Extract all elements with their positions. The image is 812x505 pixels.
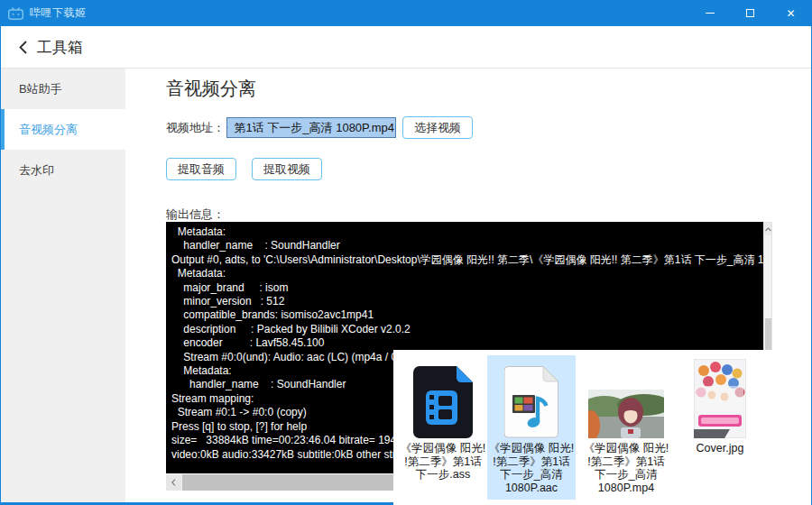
terminal-line: minor_version : 512: [171, 295, 763, 308]
sidebar-item-av-separation[interactable]: 音视频分离: [1, 109, 125, 150]
sidebar-item-watermark-removal[interactable]: 去水印: [1, 150, 125, 190]
terminal-line: description : Packed by Bilibili XCoder …: [171, 323, 763, 336]
window-controls: ✕: [689, 0, 811, 26]
scroll-left-icon: [171, 479, 176, 486]
extract-video-button[interactable]: 提取视频: [252, 158, 322, 180]
file-item-aac-selected[interactable]: 《学园偶像 阳光! !第二季》第1话 下一步_高清 1080P.aac: [487, 355, 576, 500]
extract-audio-button[interactable]: 提取音频: [166, 158, 236, 180]
terminal-line: handler_name : SoundHandler: [171, 239, 763, 252]
scroll-up-icon: [765, 227, 771, 232]
select-video-button[interactable]: 选择视频: [402, 116, 473, 139]
toolbox-header: 工具箱: [1, 26, 811, 69]
video-address-selected-text: 《学园偶像 阳光!! 第二季》第1话 下一步_高清 1080P.mp4: [226, 118, 395, 138]
video-address-label: 视频地址：: [166, 120, 225, 136]
window-title: 哔哩下载姬: [30, 5, 87, 21]
scrollbar-up-button[interactable]: [764, 223, 771, 235]
terminal-line: Metadata:: [171, 225, 763, 239]
minimize-button[interactable]: [689, 0, 730, 26]
minimize-icon: [706, 13, 715, 14]
terminal-line: major_brand : isom: [171, 281, 763, 295]
file-item-ass[interactable]: 《学园偶像 阳光! !第二季》第1话 下一步.ass: [399, 357, 487, 482]
terminal-line: compatible_brands: isomiso2avc1mp41: [171, 308, 763, 322]
file-item-mp4[interactable]: 《学园偶像 阳光! !第二季》第1话 下一步_高清 1080P.mp4: [579, 357, 673, 494]
scrollbar-left-button[interactable]: [166, 474, 181, 491]
file-name: Cover.jpg: [697, 442, 744, 455]
output-info-label: 输出信息：: [166, 207, 225, 223]
back-button[interactable]: [17, 40, 29, 55]
file-explorer-panel: 《学园偶像 阳光! !第二季》第1话 下一步.ass: [393, 350, 812, 505]
file-item-cover[interactable]: Cover.jpg: [678, 357, 761, 455]
mp4-thumbnail: [588, 390, 664, 438]
ass-file-icon: [413, 366, 473, 438]
file-name: 《学园偶像 阳光! !第二季》第1话 下一步_高清 1080P.mp4: [584, 442, 669, 494]
file-name: 《学园偶像 阳光! !第二季》第1话 下一步_高清 1080P.aac: [489, 442, 574, 494]
sidebar-item-bilibili-helper[interactable]: B站助手: [1, 69, 125, 109]
aac-file-icon: [504, 366, 558, 438]
app-icon: [8, 7, 23, 20]
file-name: 《学园偶像 阳光! !第二季》第1话 下一步.ass: [401, 442, 485, 482]
terminal-line: encoder : Lavf58.45.100: [171, 336, 763, 350]
sidebar: B站助手 音视频分离 去水印: [1, 69, 125, 504]
close-icon: ✕: [786, 8, 795, 19]
page-breadcrumb-title: 工具箱: [37, 37, 83, 58]
cover-thumbnail: [694, 359, 746, 438]
titlebar: 哔哩下载姬 ✕: [1, 0, 811, 26]
app-window: 哔哩下载姬 ✕ 工具箱 B站助手 音视频分离 去水印 音视频分离 视频地址：: [0, 0, 812, 505]
maximize-icon: [746, 9, 754, 17]
video-address-input[interactable]: 《学园偶像 阳光!! 第二季》第1话 下一步_高清 1080P.mp4: [226, 117, 396, 138]
terminal-line: Metadata:: [171, 267, 763, 280]
terminal-line: Output #0, adts, to 'C:\Users\Administra…: [171, 253, 763, 267]
page-title: 音视频分离: [166, 77, 256, 101]
maximize-button[interactable]: [730, 0, 770, 26]
back-icon: [17, 40, 29, 55]
close-button[interactable]: ✕: [770, 0, 811, 26]
